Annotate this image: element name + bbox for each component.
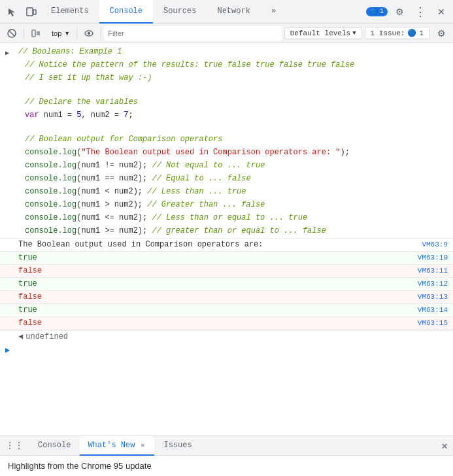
code-line-13: console.log(num1 >= num2); // greater th… [0,225,453,238]
whats-new-close-icon[interactable]: ✕ [139,441,146,450]
inspect-icon[interactable] [3,3,21,21]
issue-icon: 🔵 [407,29,416,37]
vm-link-14[interactable]: VM63:14 [412,305,448,316]
drawer-tab-issues[interactable]: Issues [156,436,199,456]
svg-rect-1 [33,10,36,14]
drawer-tab-console[interactable]: Console [30,436,78,456]
output-line-5: false VM63:13 [0,291,453,304]
separator-2 [76,27,77,39]
separator-3 [101,27,101,39]
code-line-10: console.log(num1 < num2); // Less than .… [0,186,453,199]
drawer-tab-bar: ⋮⋮ Console What's New ✕ Issues ✕ [0,436,453,456]
vm-link-9[interactable]: VM63:9 [416,239,448,250]
output-line-4: true VM63:12 [0,278,453,291]
console-output-area[interactable]: // Booleans: Example 1 // Notice the pat… [0,43,453,435]
bottom-drawer: ⋮⋮ Console What's New ✕ Issues ✕ Highlig… [0,435,453,476]
drawer-content: Highlights from the Chrome 95 update [0,456,453,476]
output-line-7: false VM63:15 [0,317,453,330]
device-toggle-icon[interactable] [22,3,41,21]
sidebar-toggle-icon[interactable] [27,24,45,42]
code-line-blank-2 [0,122,453,133]
tab-elements[interactable]: Elements [41,0,99,24]
vm-link-15[interactable]: VM63:15 [412,318,448,329]
code-line-11: console.log(num1 > num2); // Greater tha… [0,199,453,212]
code-line-7: console.log("The Boolean output used in … [0,146,453,160]
code-line-blank-1 [0,85,453,96]
vm-link-10[interactable]: VM63:10 [412,252,448,264]
close-icon[interactable]: ✕ [432,3,450,21]
tab-console[interactable]: Console [99,0,153,24]
output-line-3: false VM63:11 [0,265,453,278]
code-line-12: console.log(num1 <= num2); // Less than … [0,212,453,225]
undefined-line: ◀ undefined [0,330,453,344]
error-badge[interactable]: 🔵 1 [366,7,388,16]
context-selector[interactable]: top ▼ [48,28,74,39]
output-line-1: The Boolean output used in Comparison op… [0,238,453,252]
code-line-2: // Notice the pattern of the results: tr… [0,59,453,72]
separator-1 [24,27,24,39]
more-options-icon[interactable]: ⋮ [411,3,429,21]
tab-network[interactable]: Network [207,0,260,24]
console-settings-icon[interactable]: ⚙ [432,24,450,42]
left-icons [3,3,41,21]
drawer-menu-icon[interactable]: ⋮⋮ [5,440,24,451]
right-icons: 🔵 1 ⚙ ⋮ ✕ [366,3,450,21]
code-line-3: // I set it up that way :-) [0,72,453,85]
issues-badge[interactable]: 1 Issue: 🔵 1 [365,27,429,39]
clear-console-icon[interactable] [3,24,21,42]
svg-rect-0 [27,8,33,16]
code-line-8: console.log(num1 != num2); // Not equal … [0,160,453,173]
output-line-6: true VM63:14 [0,304,453,317]
code-line-6: // Boolean output for Comparison operato… [0,133,453,146]
vm-link-11[interactable]: VM63:11 [412,265,448,277]
drawer-tab-whats-new[interactable]: What's New ✕ [80,436,154,456]
top-tab-bar: Elements Console Sources Network » 🔵 1 ⚙… [0,0,453,24]
code-line-4: // Declare the variables [0,96,453,109]
code-line-1: // Booleans: Example 1 [0,46,453,59]
prompt-line[interactable]: ▶ [0,344,453,356]
svg-line-3 [9,31,14,36]
settings-icon[interactable]: ⚙ [390,3,409,21]
svg-point-9 [88,32,90,35]
output-line-2: true VM63:10 [0,252,453,265]
svg-rect-4 [32,30,35,37]
code-line-5: var num1 = 5, num2 = 7; [0,109,453,122]
console-toolbar: top ▼ Default levels ▼ 1 Issue: 🔵 1 ⚙ [0,24,453,43]
log-levels-selector[interactable]: Default levels ▼ [284,27,362,39]
prompt-symbol: ▶ [5,345,10,355]
vm-link-13[interactable]: VM63:13 [412,292,448,303]
tab-sources[interactable]: Sources [153,0,207,24]
code-line-9: console.log(num1 == num2); // Equal to .… [0,173,453,186]
drawer-close-icon[interactable]: ✕ [441,439,448,452]
filter-input[interactable] [104,26,282,41]
console-input[interactable] [14,346,448,355]
vm-link-12[interactable]: VM63:12 [412,279,448,290]
eye-icon[interactable] [80,24,98,42]
tab-more[interactable]: » [261,0,286,24]
